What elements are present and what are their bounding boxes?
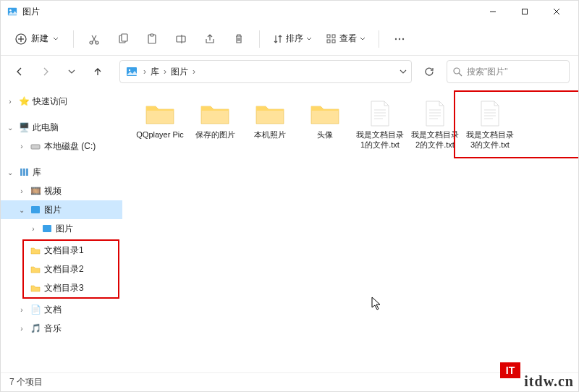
close-button[interactable] [541,1,572,22]
window-title: 图片 [22,6,477,18]
sort-label: 排序 [286,33,303,45]
folder-item[interactable]: 头像 [299,96,351,142]
svg-point-22 [399,38,400,39]
svg-point-25 [129,69,130,71]
video-icon: 🎞️ [30,185,41,197]
cut-button[interactable] [81,27,107,51]
svg-point-21 [395,38,397,39]
folder-icon [253,99,287,128]
drive-icon [30,140,41,152]
folder-icon [30,244,41,256]
delete-button[interactable] [226,27,252,51]
item-label: 我是文档目录1的文件.txt [354,129,406,150]
folder-item[interactable]: 保存的图片 [189,96,241,142]
tree-documents[interactable]: ›📄文档 [1,300,122,319]
svg-rect-28 [31,145,40,149]
file-item[interactable]: 我是文档目录2的文件.txt [409,96,461,153]
svg-point-26 [454,68,460,74]
watermark-text: itdw.cn [524,373,574,390]
back-button[interactable] [9,61,30,82]
status-bar: 7 个项目 [1,372,578,391]
pc-icon: 🖥️ [18,122,30,133]
crumb-separator: › [142,67,148,77]
separator [259,30,260,48]
folder-icon [143,99,177,128]
chevron-down-icon [306,36,312,42]
view-icon [326,34,337,44]
tree-docdir2[interactable]: 文档目录2 [24,260,118,278]
item-label: QQplayer Pic [136,129,183,140]
refresh-button[interactable] [418,60,441,83]
paste-button[interactable] [139,27,165,51]
svg-rect-15 [177,36,185,42]
up-button[interactable] [88,61,108,82]
plus-circle-icon [15,33,27,45]
svg-rect-3 [523,9,528,14]
tree-quick-access[interactable]: ›⭐快速访问 [1,92,122,111]
pictures-icon [41,223,53,234]
svg-rect-17 [327,35,330,38]
svg-rect-33 [43,225,51,232]
watermark-badge: IT [500,362,520,378]
folder-item[interactable]: QQplayer Pic [134,96,186,142]
svg-point-23 [402,38,404,39]
tree-docdir1[interactable]: 文档目录1 [24,241,118,260]
svg-point-9 [90,41,93,44]
svg-rect-12 [122,34,127,41]
share-button[interactable] [197,27,223,51]
crumb-pictures[interactable]: 图片 [168,64,191,80]
svg-rect-32 [31,206,40,213]
rename-button[interactable] [168,27,194,51]
pictures-icon [30,204,41,216]
search-input[interactable]: 搜索"图片" [447,60,570,83]
folder-icon [198,99,232,128]
recent-button[interactable] [62,61,82,82]
file-item[interactable]: 我是文档目录3的文件.txt [464,96,516,153]
folder-icon [30,263,41,275]
view-label: 查看 [339,33,357,45]
location-pictures-icon [124,64,139,79]
crumb-separator: › [162,67,168,77]
item-label: 本机照片 [254,129,286,140]
svg-line-27 [459,73,462,76]
file-view[interactable]: QQplayer Pic保存的图片本机照片头像我是文档目录1的文件.txt我是文… [122,88,578,374]
svg-rect-29 [20,169,22,176]
chevron-down-icon [53,36,59,42]
tree-libraries[interactable]: ⌄库 [1,163,122,182]
new-button[interactable]: 新建 [8,30,66,48]
sort-button[interactable]: 排序 [267,30,318,48]
svg-rect-30 [23,169,25,176]
separator [379,30,379,48]
tree-videos[interactable]: ›🎞️视频 [1,182,122,200]
search-placeholder: 搜索"图片" [467,66,508,78]
copy-button[interactable] [110,27,136,51]
address-bar[interactable]: › 库 › 图片 › [119,60,412,83]
svg-rect-14 [151,34,153,36]
tree-music[interactable]: ›🎵音乐 [1,319,122,338]
tree-pictures-sub[interactable]: ›图片 [1,219,122,238]
svg-rect-20 [332,40,335,43]
minimize-button[interactable] [477,1,509,22]
file-icon [473,99,507,128]
file-item[interactable]: 我是文档目录1的文件.txt [354,96,406,153]
chevron-down-icon[interactable] [400,68,407,75]
tree-c-drive[interactable]: ›本地磁盘 (C:) [1,137,122,155]
view-button[interactable]: 查看 [321,30,371,48]
crumb-libraries[interactable]: 库 [148,64,162,80]
forward-button[interactable] [35,61,56,82]
navigation-tree: ›⭐快速访问 ⌄🖥️此电脑 ›本地磁盘 (C:) ⌄库 ›🎞️视频 ⌄图片 ›图… [1,88,122,374]
tree-this-pc[interactable]: ⌄🖥️此电脑 [1,118,122,137]
maximize-button[interactable] [509,1,541,22]
library-icon [18,166,30,178]
more-button[interactable] [386,27,413,51]
cursor-icon [371,297,383,311]
sort-icon [273,34,283,44]
separator [73,30,74,48]
item-label: 头像 [317,129,333,140]
tree-docdir3[interactable]: 文档目录3 [24,278,118,297]
file-icon [363,99,397,128]
tree-pictures[interactable]: ⌄图片 [1,200,122,219]
item-label: 保存的图片 [195,129,235,140]
new-label: 新建 [31,33,48,45]
folder-item[interactable]: 本机照片 [244,96,296,142]
